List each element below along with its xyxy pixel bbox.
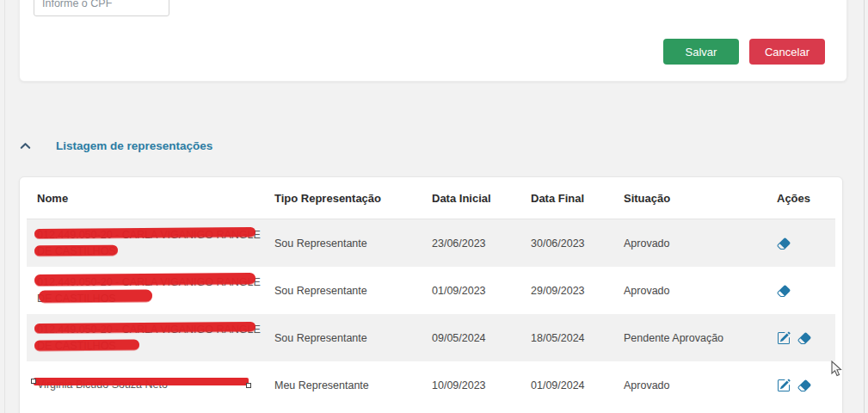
cell-acoes (777, 284, 825, 298)
representations-table-card: Nome Tipo Representação Data Inicial Dat… (19, 176, 843, 413)
window-edge-right (864, 0, 865, 413)
cell-data-inicial: 23/06/2023 (432, 237, 531, 250)
cell-data-final: 18/05/2024 (531, 332, 624, 344)
redaction-scribble (34, 226, 255, 237)
edit-icon[interactable] (777, 379, 791, 392)
cell-situacao: Pendente Aprovação (624, 332, 777, 344)
header-data-inicial: Data Inicial (432, 192, 531, 205)
cell-nome: 012.449.050-20 - CARLA VIGANIGO RANGLE D… (37, 317, 274, 360)
cell-data-inicial: 10/09/2023 (432, 379, 531, 391)
header-situacao: Situação (624, 192, 777, 205)
cell-data-final: 01/09/2024 (531, 379, 624, 391)
eraser-icon[interactable] (777, 284, 791, 298)
redaction-scribble (34, 321, 255, 332)
chevron-up-icon[interactable] (19, 139, 32, 152)
cell-nome: 012.449.050-20 - CARLA VIGANIGO RANGLE D… (37, 269, 274, 312)
cell-acoes (777, 331, 825, 345)
cell-situacao: Aprovado (624, 285, 777, 297)
table-row: 012.449.050-20 - CARLA VIGANIGO RANGLE D… (27, 314, 835, 361)
header-acoes: Ações (777, 192, 825, 205)
cell-nome: Virginia Bicudo Souza Neto (37, 372, 274, 398)
cancel-button[interactable]: Cancelar (749, 39, 825, 65)
table-row: 012.449.050-20 - CARLA VIGANIGO RANGLE D… (27, 219, 835, 267)
cell-data-inicial: 01/09/2023 (432, 285, 531, 297)
cell-situacao: Aprovado (624, 237, 777, 250)
edit-icon[interactable] (777, 331, 791, 345)
eraser-icon[interactable] (797, 379, 811, 392)
cell-acoes (777, 237, 825, 250)
cell-tipo-representacao: Meu Representante (274, 379, 432, 391)
cell-data-inicial: 09/05/2024 (432, 332, 531, 344)
redaction-handle[interactable] (31, 379, 36, 384)
cpf-input[interactable] (34, 0, 169, 16)
redaction-bar (34, 378, 249, 385)
window-edge-left (4, 0, 5, 413)
cpf-form-card: Salvar Cancelar (19, 0, 847, 82)
cell-data-final: 29/09/2023 (531, 285, 624, 297)
section-title: Listagem de representações (56, 139, 212, 152)
redaction-scribble (34, 272, 255, 285)
representations-section-header: Listagem de representações (19, 139, 212, 152)
header-tipo-representacao: Tipo Representação (274, 192, 432, 205)
table-row: 012.449.050-20 - CARLA VIGANIGO RANGLE D… (27, 267, 835, 314)
redaction-scribble (39, 289, 152, 302)
save-button[interactable]: Salvar (663, 39, 739, 65)
header-data-final: Data Final (531, 192, 624, 205)
header-nome: Nome (37, 192, 274, 205)
table-header-row: Nome Tipo Representação Data Inicial Dat… (27, 177, 835, 219)
cell-acoes (777, 379, 825, 392)
form-buttons: Salvar Cancelar (663, 39, 825, 65)
cell-situacao: Aprovado (624, 379, 777, 391)
redaction-scribble (34, 339, 139, 350)
eraser-icon[interactable] (777, 237, 791, 250)
cell-data-final: 30/06/2023 (531, 237, 624, 250)
cell-tipo-representacao: Sou Representante (274, 237, 432, 250)
cell-nome: 012.449.050-20 - CARLA VIGANIGO RANGLE D… (37, 222, 274, 265)
redaction-handle[interactable] (246, 383, 251, 388)
eraser-icon[interactable] (797, 331, 811, 345)
table-row: Virginia Bicudo Souza Neto Meu Represent… (27, 361, 835, 409)
mouse-cursor-icon (831, 361, 844, 378)
table-body: 012.449.050-20 - CARLA VIGANIGO RANGLE D… (27, 219, 835, 409)
redaction-scribble (34, 244, 118, 256)
cell-tipo-representacao: Sou Representante (274, 332, 432, 344)
cell-tipo-representacao: Sou Representante (274, 285, 432, 297)
